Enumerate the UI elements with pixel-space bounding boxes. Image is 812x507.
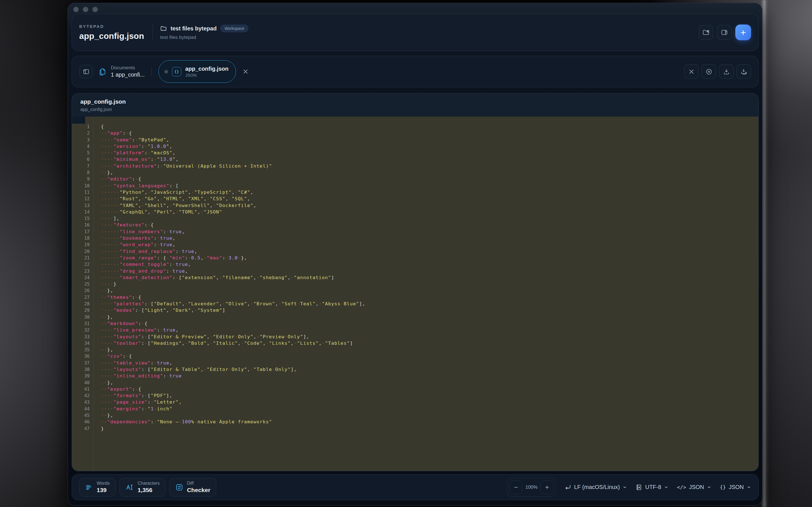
- close-window-button[interactable]: [73, 7, 79, 12]
- words-value: 139: [97, 487, 110, 494]
- code-line[interactable]: ······"find_and_replace":·true,: [101, 248, 758, 255]
- code-line[interactable]: ······"bookmarks":·true,: [101, 235, 758, 241]
- code-line[interactable]: ····"name":·"BytePad",: [101, 136, 758, 143]
- line-ending-dropdown[interactable]: LF (macOS/Linux): [564, 484, 627, 491]
- code-line[interactable]: ··"dependencies":·"None·—·100%·native·Ap…: [101, 418, 758, 425]
- code-line[interactable]: ······"Python",·"JavaScript",·"TypeScrip…: [101, 189, 758, 195]
- line-number: 13: [72, 202, 93, 209]
- app-header: BYTEPAD app_config.json test files bytep…: [71, 14, 759, 51]
- zoom-window-button[interactable]: [93, 7, 98, 12]
- code-line[interactable]: {: [101, 123, 758, 130]
- syntax-dropdown[interactable]: </> JSON: [677, 484, 711, 490]
- code-line[interactable]: ··},: [101, 412, 758, 418]
- code-line[interactable]: ····"minimum_os":·"13.0",: [101, 156, 758, 163]
- plus-icon: +: [741, 27, 746, 38]
- code-line[interactable]: ··},: [101, 314, 758, 320]
- code-line[interactable]: ··"export":·{: [101, 386, 758, 392]
- code-line[interactable]: ······"drag_and_drop":·true,: [101, 268, 758, 274]
- line-number: 36: [72, 353, 93, 359]
- code-line[interactable]: ··},: [101, 379, 758, 386]
- line-number: 15: [72, 215, 93, 222]
- close-tab-icon[interactable]: [242, 68, 249, 75]
- zoom-controls: − 100% +: [507, 478, 556, 497]
- line-number: 3: [72, 136, 93, 143]
- encoding-dropdown[interactable]: UTF-8: [636, 484, 668, 491]
- minimize-window-button[interactable]: [83, 7, 88, 12]
- code-icon: </>: [677, 484, 686, 490]
- code-line[interactable]: ····}: [101, 281, 758, 287]
- line-number: 47: [72, 425, 93, 432]
- download-multiple-icon: [741, 68, 748, 75]
- code-line[interactable]: ····"inline_editing":·true: [101, 373, 758, 379]
- new-document-button[interactable]: +: [735, 24, 751, 40]
- code-editor[interactable]: 1234567891011121314151617181920212223242…: [72, 117, 758, 471]
- code-line[interactable]: ····],: [101, 215, 758, 222]
- code-line[interactable]: ······"comment_toggle":·true,: [101, 261, 758, 268]
- new-folder-button[interactable]: [699, 25, 713, 40]
- code-line[interactable]: ··"app":·{: [101, 130, 758, 136]
- line-number: 43: [72, 399, 93, 405]
- unsaved-dot-icon: [164, 70, 168, 73]
- format-dropdown[interactable]: {} JSON: [720, 484, 751, 490]
- code-line[interactable]: ····"layouts":·["Editor·&·Table",·"Edito…: [101, 366, 758, 373]
- line-number: 1: [72, 123, 93, 130]
- toggle-sidebar-button[interactable]: [79, 65, 93, 78]
- code-lines[interactable]: {··"app":·{····"name":·"BytePad",····"ve…: [94, 117, 758, 471]
- gutter-corner: [72, 117, 85, 124]
- code-line[interactable]: ······"zoom_range":·{·"min":·0.5,·"max":…: [101, 255, 758, 261]
- line-number: 38: [72, 366, 93, 373]
- code-line[interactable]: ····"modes":·["Light",·"Dark",·"System"]: [101, 307, 758, 314]
- code-line[interactable]: ····"architecture":·"Universal·(Apple·Si…: [101, 163, 758, 169]
- code-line[interactable]: ····"layouts":·["Editor·&·Preview",·"Edi…: [101, 334, 758, 340]
- diff-checker-tool[interactable]: Diff Checker: [169, 478, 216, 497]
- panel-view-button[interactable]: [717, 25, 732, 40]
- code-line[interactable]: ····"palettes":·["Default",·"Lavender",·…: [101, 300, 758, 307]
- save-all-button[interactable]: [737, 64, 751, 79]
- code-line[interactable]: ······"word_wrap":·true,: [101, 241, 758, 248]
- line-number: 24: [72, 274, 93, 281]
- title-block: BYTEPAD app_config.json: [79, 24, 144, 41]
- line-number: 40: [72, 379, 93, 386]
- code-line[interactable]: ····"platform":·"macOS",: [101, 150, 758, 156]
- code-line[interactable]: ····"features":·{: [101, 222, 758, 228]
- editor-file-subtitle: app_config.json: [80, 107, 750, 112]
- code-line[interactable]: ··},: [101, 169, 758, 176]
- code-line[interactable]: ······"GraphQL",·"Perl",·"TOML",·"JSON": [101, 209, 758, 215]
- close-file-button[interactable]: [684, 64, 699, 79]
- close-all-button[interactable]: [702, 64, 716, 79]
- line-number: 21: [72, 255, 93, 261]
- code-line[interactable]: ··"themes":·{: [101, 294, 758, 300]
- workspace-name: test files bytepad: [170, 25, 216, 32]
- code-line[interactable]: ··},: [101, 346, 758, 353]
- code-line[interactable]: ··},: [101, 287, 758, 294]
- code-line[interactable]: ······"YAML",·"Shell",·"PowerShell",·"Do…: [101, 202, 758, 209]
- line-number: 30: [72, 314, 93, 320]
- code-line[interactable]: ····"formats":·["PDF"],: [101, 392, 758, 399]
- code-line[interactable]: ····"margins":·"1·inch": [101, 406, 758, 412]
- code-line[interactable]: ····"page_size":·"Letter",: [101, 399, 758, 405]
- line-number: 33: [72, 334, 93, 340]
- code-line[interactable]: }: [101, 425, 758, 432]
- line-number: 39: [72, 373, 93, 379]
- zoom-out-button[interactable]: −: [509, 481, 522, 494]
- code-line[interactable]: ····"table_view":·true,: [101, 360, 758, 366]
- code-line[interactable]: ··"markdown":·{: [101, 320, 758, 327]
- code-line[interactable]: ····"live_preview":·true,: [101, 327, 758, 333]
- line-number: 42: [72, 392, 93, 399]
- documents-chip[interactable]: Documents 1 app_confi...: [99, 65, 145, 78]
- encoding-icon: [636, 484, 642, 491]
- code-line[interactable]: ······"line_numbers":·true,: [101, 228, 758, 235]
- line-number: 46: [72, 418, 93, 425]
- code-line[interactable]: ··"csv":·{: [101, 353, 758, 359]
- return-icon: [564, 484, 571, 491]
- code-line[interactable]: ······"smart_detection":·["extension",·"…: [101, 274, 758, 281]
- code-line[interactable]: ····"syntax_languages":·[: [101, 182, 758, 189]
- code-line[interactable]: ····"version":·"1.0.0",: [101, 143, 758, 150]
- code-line[interactable]: ····"toolbar":·["Headings",·"Bold",·"Ita…: [101, 340, 758, 346]
- tab-app-config-json[interactable]: {} app_config.json JSON: [158, 60, 236, 83]
- line-number: 18: [72, 235, 93, 241]
- save-file-button[interactable]: [719, 64, 733, 79]
- zoom-in-button[interactable]: +: [541, 481, 553, 494]
- code-line[interactable]: ··"editor":·{: [101, 176, 758, 182]
- code-line[interactable]: ······"Rust",·"Go",·"HTML",·"XML",·"CSS"…: [101, 195, 758, 202]
